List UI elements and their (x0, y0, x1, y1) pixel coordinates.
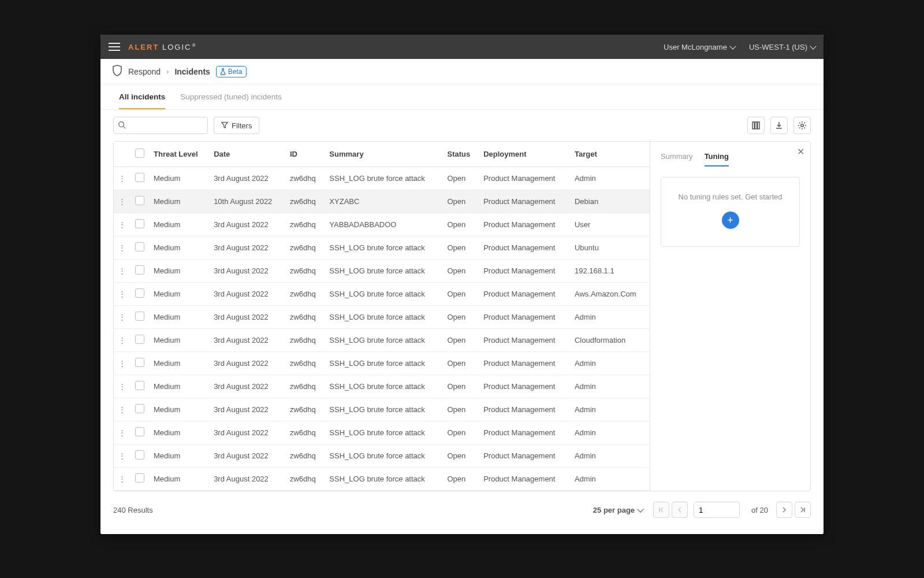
table-row[interactable]: ⋮Medium3rd August 2022zw6dhqSSH_LOG brut… (114, 352, 650, 375)
menu-icon[interactable] (109, 43, 120, 51)
columns-button[interactable] (747, 117, 765, 134)
cell-summary: YABBADABBADOO (325, 213, 442, 236)
app-window: ALERT LOGIC® User McLongname US-WEST-1 (… (100, 35, 824, 534)
filters-button[interactable]: Filters (214, 117, 259, 134)
cell-summary: SSH_LOG brute force attack (325, 398, 442, 421)
table-row[interactable]: ⋮Medium3rd August 2022zw6dhqSSH_LOG brut… (114, 398, 650, 421)
chevron-down-icon (810, 43, 816, 49)
table-row[interactable]: ⋮Medium3rd August 2022zw6dhqYABBADABBADO… (114, 213, 650, 236)
page-input[interactable] (694, 502, 740, 518)
table-row[interactable]: ⋮Medium3rd August 2022zw6dhqSSH_LOG brut… (114, 260, 650, 283)
col-deployment[interactable]: Deployment (479, 142, 570, 167)
tab-suppressed-tuned-incidents[interactable]: Suppressed (tuned) incidents (180, 84, 282, 109)
cell-target: Admin (570, 444, 650, 468)
cell-target: User (570, 213, 650, 236)
row-checkbox[interactable] (135, 219, 144, 228)
crumb-root[interactable]: Respond (128, 67, 161, 76)
row-menu-icon[interactable]: ⋮ (114, 375, 131, 398)
region-dropdown[interactable]: US-WEST-1 (US) (749, 43, 815, 51)
cell-status: Open (442, 306, 479, 329)
table-row[interactable]: ⋮Medium10th August 2022zw6dhqXYZABCOpenP… (114, 190, 650, 213)
row-menu-icon[interactable]: ⋮ (114, 398, 131, 421)
next-page-button[interactable] (776, 502, 792, 518)
cell-target: Ubuntu (570, 236, 650, 260)
cell-id: zw6dhq (285, 352, 325, 375)
per-page-dropdown[interactable]: 25 per page (593, 506, 643, 514)
row-checkbox[interactable] (135, 404, 144, 413)
row-checkbox[interactable] (135, 242, 144, 251)
row-checkbox[interactable] (135, 335, 144, 344)
col-id[interactable]: ID (285, 142, 325, 167)
row-menu-icon[interactable]: ⋮ (114, 352, 131, 375)
row-checkbox[interactable] (135, 381, 144, 390)
col-threat-level[interactable]: Threat Level (149, 142, 209, 167)
table-row[interactable]: ⋮Medium3rd August 2022zw6dhqSSH_LOG brut… (114, 167, 650, 190)
table-row[interactable]: ⋮Medium3rd August 2022zw6dhqSSH_LOG brut… (114, 329, 650, 352)
cell-summary: SSH_LOG brute force attack (325, 283, 442, 306)
row-checkbox[interactable] (135, 473, 144, 483)
table-row[interactable]: ⋮Medium3rd August 2022zw6dhqSSH_LOG brut… (114, 306, 650, 329)
row-menu-icon[interactable]: ⋮ (114, 444, 131, 468)
row-checkbox[interactable] (135, 312, 144, 321)
table-row[interactable]: ⋮Medium3rd August 2022zw6dhqSSH_LOG brut… (114, 468, 650, 491)
table-row[interactable]: ⋮Medium3rd August 2022zw6dhqSSH_LOG brut… (114, 444, 650, 468)
last-page-button[interactable] (795, 502, 811, 518)
cell-status: Open (442, 236, 479, 260)
cell-id: zw6dhq (285, 444, 325, 468)
panel-tab-tuning[interactable]: Tuning (705, 152, 729, 166)
cell-status: Open (442, 260, 479, 283)
row-checkbox[interactable] (135, 173, 144, 182)
cell-id: zw6dhq (285, 375, 325, 398)
row-checkbox[interactable] (135, 450, 144, 460)
row-checkbox[interactable] (135, 288, 144, 298)
row-checkbox[interactable] (135, 358, 144, 367)
add-tuning-button[interactable]: + (722, 212, 739, 229)
col-summary[interactable]: Summary (325, 142, 442, 167)
cell-status: Open (442, 329, 479, 352)
cell-id: zw6dhq (285, 283, 325, 306)
cell-threat: Medium (149, 283, 209, 306)
prev-page-button[interactable] (672, 502, 688, 518)
col-target[interactable]: Target (570, 142, 650, 167)
tab-all-incidents[interactable]: All incidents (119, 84, 165, 109)
table-row[interactable]: ⋮Medium3rd August 2022zw6dhqSSH_LOG brut… (114, 421, 650, 444)
search-icon (118, 121, 126, 129)
chevron-down-icon (729, 43, 736, 49)
col-date[interactable]: Date (209, 142, 285, 167)
col-status[interactable]: Status (442, 142, 479, 167)
row-menu-icon[interactable]: ⋮ (114, 236, 131, 260)
cell-deployment: Product Management (479, 375, 570, 398)
download-button[interactable] (770, 117, 788, 134)
row-menu-icon[interactable]: ⋮ (114, 283, 131, 306)
row-checkbox[interactable] (135, 196, 144, 205)
settings-button[interactable] (793, 117, 811, 134)
svg-rect-4 (758, 122, 759, 129)
row-menu-icon[interactable]: ⋮ (114, 190, 131, 213)
table-row[interactable]: ⋮Medium3rd August 2022zw6dhqSSH_LOG brut… (114, 375, 650, 398)
cell-deployment: Product Management (479, 398, 570, 421)
row-menu-icon[interactable]: ⋮ (114, 421, 131, 444)
toolbar: Filters (100, 110, 824, 141)
row-menu-icon[interactable]: ⋮ (114, 213, 131, 236)
row-menu-icon[interactable]: ⋮ (114, 260, 131, 283)
cell-date: 3rd August 2022 (209, 236, 285, 260)
select-all-checkbox[interactable] (135, 149, 144, 158)
user-dropdown[interactable]: User McLongname (664, 43, 735, 51)
row-menu-icon[interactable]: ⋮ (114, 167, 131, 190)
first-page-button[interactable] (653, 502, 669, 518)
row-checkbox[interactable] (135, 265, 144, 275)
cell-status: Open (442, 213, 479, 236)
row-menu-icon[interactable]: ⋮ (114, 329, 131, 352)
cell-date: 3rd August 2022 (209, 468, 285, 491)
svg-point-0 (119, 122, 124, 127)
close-icon[interactable]: ✕ (797, 146, 804, 157)
cell-deployment: Product Management (479, 352, 570, 375)
table-row[interactable]: ⋮Medium3rd August 2022zw6dhqSSH_LOG brut… (114, 283, 650, 306)
cell-threat: Medium (149, 468, 209, 491)
row-menu-icon[interactable]: ⋮ (114, 468, 131, 491)
table-row[interactable]: ⋮Medium3rd August 2022zw6dhqSSH_LOG brut… (114, 236, 650, 260)
row-menu-icon[interactable]: ⋮ (114, 306, 131, 329)
panel-tab-summary[interactable]: Summary (661, 152, 693, 166)
row-checkbox[interactable] (135, 427, 144, 436)
search-input[interactable] (113, 117, 208, 134)
